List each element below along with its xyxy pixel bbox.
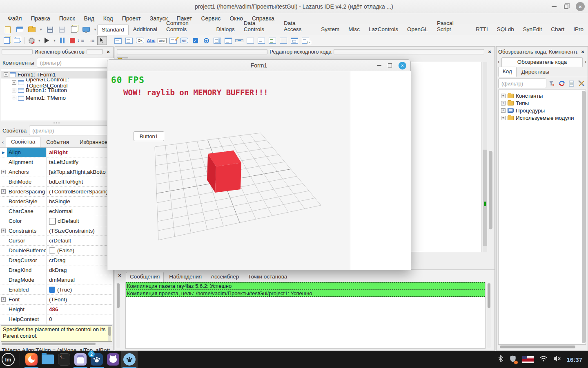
restore-icon[interactable] (564, 4, 568, 9)
components-filter-input[interactable] (37, 58, 115, 67)
form-minimize-icon[interactable] (377, 65, 381, 66)
page-left-icon[interactable]: ‹ (497, 59, 501, 67)
filter-clear-icon[interactable]: x (548, 79, 556, 88)
save-icon[interactable] (45, 25, 55, 34)
tree-expander-icon[interactable]: − (12, 88, 16, 92)
property-row[interactable]: +▶ CharCase ecNormal ▾ (0, 206, 113, 216)
property-value[interactable]: [akTop,akRight,akBotto ▾ (47, 167, 113, 177)
select-tool-icon[interactable] (97, 36, 107, 45)
messages-left-scrollbar[interactable] (116, 283, 120, 348)
palette-tab[interactable]: Dialogs (212, 24, 239, 35)
keyboard-layout-flag-icon[interactable] (522, 356, 534, 363)
tmemo-icon[interactable] (168, 36, 178, 45)
property-row[interactable]: +▶ BorderSpacing (TControlBorderSpacing … (0, 187, 113, 197)
property-row[interactable]: +▶ Enabled (True) ▾ (0, 285, 113, 295)
messages-tab[interactable]: Наблюдения (165, 272, 205, 282)
property-name[interactable]: DragMode (7, 275, 47, 285)
inspector-tab[interactable]: Свойства (6, 137, 40, 147)
messages-tab[interactable]: Ассемблер (207, 272, 243, 282)
bluetooth-icon[interactable] (498, 355, 503, 364)
tcombobox-icon[interactable] (223, 36, 233, 45)
window-titlebar[interactable]: project1 (/home/vadim/Проекты/testGui) -… (0, 0, 588, 13)
update-shield-icon[interactable] (509, 355, 517, 364)
property-value[interactable]: crDrag ▾ (47, 256, 113, 265)
menu-item[interactable]: Проект (118, 14, 145, 23)
property-value[interactable]: (True) ▾ (47, 285, 113, 294)
property-row[interactable]: +▶ Anchors [akTop,akRight,akBotto ▾ (0, 167, 113, 177)
form-maximize-icon[interactable] (388, 63, 392, 67)
property-value[interactable]: crDefault ▾ (47, 236, 113, 245)
pause-icon[interactable] (58, 36, 67, 45)
expand-icon[interactable]: + (1, 170, 6, 174)
property-name[interactable]: Height (7, 305, 47, 314)
run-icon[interactable] (42, 36, 51, 45)
explorer-vscrollbar[interactable] (582, 91, 586, 343)
tbutton-icon[interactable]: Ok (135, 36, 145, 45)
property-row[interactable]: +▶ DragCursor crDrag ▾ (0, 256, 113, 265)
grab-handle[interactable] (117, 49, 267, 54)
explorer-hscrollbar[interactable] (500, 346, 579, 349)
github-desktop-icon[interactable] (105, 351, 121, 368)
palette-tab[interactable]: SynEdit (519, 24, 547, 35)
property-name[interactable]: Color (7, 216, 47, 226)
property-name[interactable]: HelpContext (7, 314, 47, 324)
text-editor-icon[interactable] (72, 351, 89, 368)
messages-tab[interactable]: Сообщения (126, 272, 164, 282)
palette-tab[interactable]: RTTI (471, 24, 492, 35)
tframe-icon[interactable] (290, 36, 299, 45)
property-value[interactable]: (TFont) ▾ (47, 295, 113, 304)
ttogglebox-icon[interactable]: on (179, 36, 189, 45)
source-editor-caption[interactable]: Редактор исходного кода × (115, 47, 494, 56)
palette-tab[interactable]: Data Controls (239, 18, 279, 35)
palette-tab[interactable]: OpenGL (403, 24, 432, 35)
property-value[interactable]: taLeftJustify ▾ (47, 157, 113, 167)
tpopupmenu-icon[interactable] (124, 36, 134, 45)
menu-item[interactable]: Файл (3, 14, 26, 23)
close-icon[interactable]: × (576, 2, 585, 11)
menu-item[interactable]: Поиск (55, 14, 80, 23)
palette-tab[interactable]: Additional (129, 24, 162, 35)
tree-expander-icon[interactable]: + (501, 94, 506, 98)
new-unit-icon[interactable] (2, 25, 13, 34)
expand-icon[interactable]: + (1, 297, 6, 302)
tgroupbox-icon[interactable] (245, 36, 255, 45)
message-row[interactable]: Компиляция проекта, цель: /home/vadim/Пр… (126, 289, 485, 297)
form-button1[interactable]: Button1 (134, 131, 164, 141)
tcheckbox-icon[interactable]: ✓ (190, 36, 200, 45)
palette-tab[interactable]: IPro (569, 24, 588, 35)
tedit-icon[interactable]: abcI (157, 36, 167, 45)
palette-tab[interactable]: Misc (344, 24, 364, 35)
form-close-icon[interactable]: × (399, 62, 406, 70)
form1-titlebar[interactable]: Form1 × (107, 60, 410, 71)
explorer-tree-item[interactable]: + Типы (499, 99, 586, 107)
message-row[interactable]: Компиляция пакета ray4laz 5.6.2: Успешно (126, 282, 485, 289)
form-memo1[interactable] (350, 71, 411, 270)
property-row[interactable]: +▶ DragMode dmManual ▾ (0, 275, 113, 285)
property-value[interactable]: alRight ▾ (47, 148, 113, 157)
document-icon[interactable] (568, 79, 576, 88)
messages-right-scrollbar[interactable] (487, 283, 491, 348)
view-forms-icon[interactable] (13, 36, 21, 45)
step-into-icon[interactable]: ≡→ (89, 36, 97, 45)
inspector-splitter[interactable] (0, 121, 113, 124)
property-row[interactable]: +▶ Height 486 ▾ (0, 305, 113, 314)
terminal-icon[interactable]: $_ (56, 351, 72, 368)
palette-tab[interactable]: Common Controls (162, 18, 212, 35)
property-name[interactable]: CharCase (7, 206, 47, 216)
tree-expander-icon[interactable]: + (501, 108, 506, 113)
property-row[interactable]: +▶ HelpContext 0 ▾ (0, 314, 113, 324)
code-explorer-tab[interactable]: Код (498, 67, 517, 77)
tree-expander-icon[interactable]: + (501, 116, 506, 120)
minimize-icon[interactable] (552, 6, 557, 7)
property-row[interactable]: +▶ DoubleBuffered (False) ▾ (0, 246, 113, 256)
property-name[interactable]: BorderSpacing (7, 187, 47, 196)
run-dropdown-icon[interactable]: ▾ (53, 36, 56, 45)
tmainmenu-icon[interactable] (113, 36, 123, 45)
property-row[interactable]: +▶ BorderStyle bsSingle ▾ (0, 197, 113, 206)
hint-scrollbar[interactable] (108, 326, 111, 341)
screen-dropdown-icon[interactable]: ▾ (93, 25, 97, 34)
step-over-icon[interactable]: ≡↓ (78, 36, 87, 45)
palette-tab[interactable]: Chart (546, 24, 569, 35)
property-row[interactable]: +▶ Font (TFont) ▾ (0, 295, 113, 305)
tree-expander-icon[interactable]: − (12, 80, 16, 85)
